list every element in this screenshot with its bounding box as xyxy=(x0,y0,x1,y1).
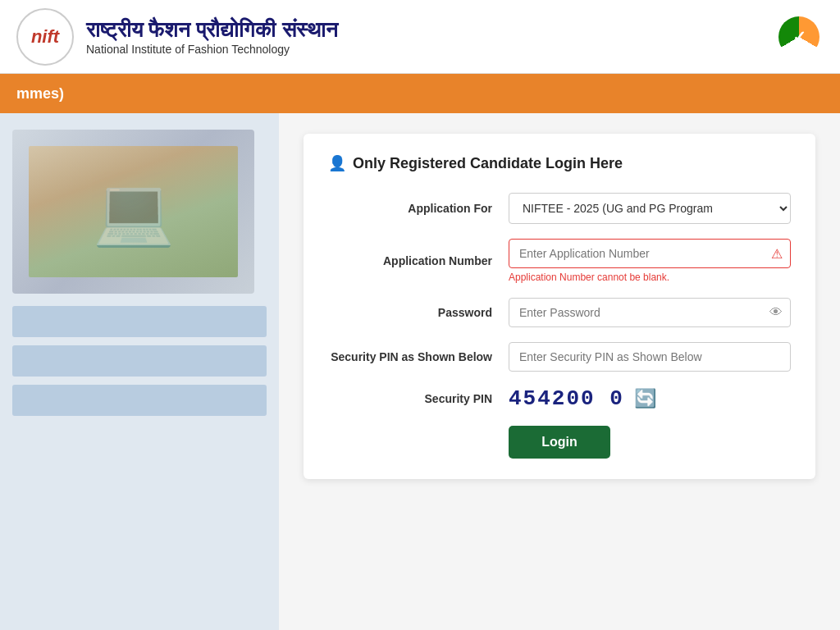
security-pin-input-wrapper xyxy=(509,342,791,372)
application-number-row: Application Number ⚠ Application Number … xyxy=(328,239,791,283)
application-number-error: Application Number cannot be blank. xyxy=(509,272,791,283)
header-title-english: National Institute of Fashion Technology xyxy=(86,43,338,56)
refresh-icon[interactable]: 🔄 xyxy=(634,388,656,409)
header-title-hindi: राष्ट्रीय फैशन प्रौद्योगिकी संस्थान xyxy=(86,17,338,43)
banner-text: mmes) xyxy=(16,85,64,103)
info-bar-2 xyxy=(12,345,267,377)
login-btn-row: Login xyxy=(328,426,791,459)
security-pin-input[interactable] xyxy=(509,342,791,372)
security-pin-display-row: Security PIN 454200 0 🔄 xyxy=(328,386,791,411)
info-bar-3 xyxy=(12,385,267,416)
login-card: 👤 Only Registered Candidate Login Here A… xyxy=(304,134,815,479)
india-wheel-icon xyxy=(778,16,819,57)
info-bar-1 xyxy=(12,306,267,337)
application-for-row: Application For NIFTEE - 2025 (UG and PG… xyxy=(328,193,791,224)
orange-banner: mmes) xyxy=(0,74,840,113)
right-panel: 👤 Only Registered Candidate Login Here A… xyxy=(279,113,840,630)
main-content: 👤 Only Registered Candidate Login Here A… xyxy=(0,113,840,630)
eye-icon[interactable]: 👁 xyxy=(769,305,783,320)
password-input-wrapper: 👁 xyxy=(509,298,791,327)
login-title: 👤 Only Registered Candidate Login Here xyxy=(328,154,791,172)
header: nift राष्ट्रीय फैशन प्रौद्योगिकी संस्थान… xyxy=(0,0,840,74)
error-icon: ⚠ xyxy=(771,246,783,262)
security-pin-display-wrapper: 454200 0 🔄 xyxy=(509,386,791,411)
india-logo xyxy=(774,12,824,62)
login-title-text: Only Registered Candidate Login Here xyxy=(353,155,623,172)
password-wrapper: 👁 xyxy=(509,298,791,327)
left-panel xyxy=(0,113,279,630)
password-row: Password 👁 xyxy=(328,298,791,327)
security-pin-input-label: Security PIN as Shown Below xyxy=(328,350,509,363)
user-icon: 👤 xyxy=(328,154,346,172)
application-for-wrapper: NIFTEE - 2025 (UG and PG Program xyxy=(509,193,791,224)
security-pin-display: 454200 0 🔄 xyxy=(509,386,791,411)
nift-logo: nift xyxy=(16,8,74,66)
application-number-label: Application Number xyxy=(328,254,509,267)
security-pin-input-row: Security PIN as Shown Below xyxy=(328,342,791,372)
application-number-wrapper: ⚠ Application Number cannot be blank. xyxy=(509,239,791,283)
login-button[interactable]: Login xyxy=(509,426,610,459)
security-pin-value: 454200 0 xyxy=(509,386,624,411)
header-text: राष्ट्रीय फैशन प्रौद्योगिकी संस्थान Nati… xyxy=(86,17,338,56)
laptop-image xyxy=(12,130,254,294)
application-for-select[interactable]: NIFTEE - 2025 (UG and PG Program xyxy=(509,193,791,224)
password-input[interactable] xyxy=(509,298,791,327)
security-pin-label: Security PIN xyxy=(328,392,509,405)
password-label: Password xyxy=(328,306,509,319)
application-number-input-wrapper: ⚠ xyxy=(509,239,791,268)
application-for-label: Application For xyxy=(328,202,509,215)
application-number-input[interactable] xyxy=(509,239,791,268)
